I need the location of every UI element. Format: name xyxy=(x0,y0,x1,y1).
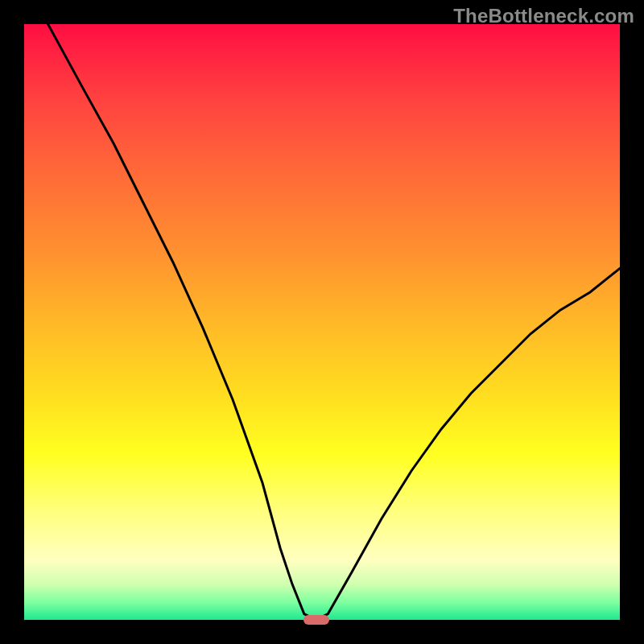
bottleneck-curve xyxy=(24,24,620,620)
chart-frame: TheBottleneck.com xyxy=(0,0,644,644)
plot-area xyxy=(24,24,620,620)
watermark-text: TheBottleneck.com xyxy=(453,5,634,27)
minimum-marker xyxy=(303,615,329,625)
